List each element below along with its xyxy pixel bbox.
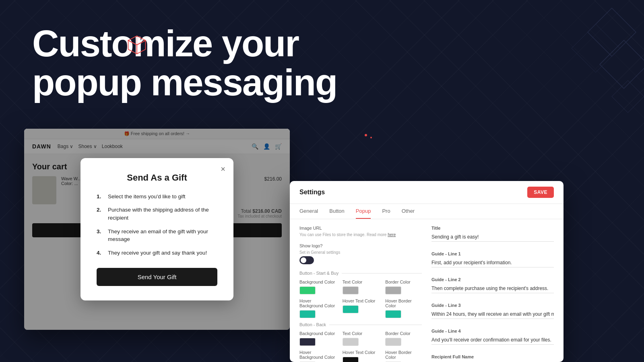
guide-line3-input[interactable] xyxy=(431,310,554,319)
modal-steps: 1. Select the items you'd like to gift 2… xyxy=(97,193,217,257)
guide-line1-label: Guide - Line 1 xyxy=(431,251,554,256)
show-logo-toggle[interactable] xyxy=(299,256,314,264)
bg-color-label: Background Color xyxy=(299,280,336,284)
color-row-3: Background Color Text Color Border Color xyxy=(299,331,422,346)
send-gift-button[interactable]: Send Your Gift xyxy=(97,268,217,286)
button-start-divider: Button - Start & Buy xyxy=(299,271,422,276)
text-color-label: Text Color xyxy=(343,280,379,284)
hover-text2-swatch[interactable] xyxy=(343,357,359,362)
guide-line4-input[interactable] xyxy=(431,335,554,345)
guide-line2-row: Guide - Line 2 xyxy=(431,277,554,298)
show-logo-label: Show logo? xyxy=(299,243,422,248)
guide-line4-row: Guide - Line 4 xyxy=(431,329,554,350)
title-field-input[interactable] xyxy=(431,232,554,242)
guide-line1-input[interactable] xyxy=(431,258,554,267)
modal-close-button[interactable]: × xyxy=(221,165,225,174)
settings-tabs: General Button Popup Pro Other xyxy=(290,204,564,219)
button-back-label: Button - Back xyxy=(299,322,326,327)
decorative-diamonds xyxy=(523,0,644,161)
svg-marker-6 xyxy=(137,40,145,53)
modal-step-4: 4. They receive your gift and say thank … xyxy=(97,249,217,257)
modal-step-3: 3. They receive an email of the gift wit… xyxy=(97,228,217,243)
title-field-label: Title xyxy=(431,226,554,230)
hover-text-label: Hover Text Color xyxy=(343,298,379,303)
divider-line-2 xyxy=(329,325,422,325)
settings-body: Image URL You can use Files to store the… xyxy=(290,219,564,362)
hero-line1: Customize your xyxy=(32,24,337,63)
tab-pro[interactable]: Pro xyxy=(382,204,390,219)
tab-other[interactable]: Other xyxy=(402,204,415,219)
bg-color-item: Background Color xyxy=(299,280,336,294)
decorative-dot-2 xyxy=(370,137,372,138)
modal-overlay: × Send As a Gift 1. Select the items you… xyxy=(24,129,290,330)
save-button[interactable]: SAVE xyxy=(527,187,554,198)
divider-line-1 xyxy=(342,273,422,274)
color-row-2: Hover Background Color Hover Text Color … xyxy=(299,298,422,318)
hover-border2-item: Hover Border Color xyxy=(385,350,422,362)
hover-border2-label: Hover Border Color xyxy=(385,350,422,360)
text-color-swatch[interactable] xyxy=(343,286,359,294)
border-color2-label: Border Color xyxy=(385,331,422,336)
border-color2-swatch[interactable] xyxy=(385,338,401,346)
settings-left-col: Image URL You can use Files to store the… xyxy=(299,226,422,358)
text-color2-item: Text Color xyxy=(343,331,379,346)
guide-line3-row: Guide - Line 3 xyxy=(431,303,554,324)
hover-border-label: Hover Border Color xyxy=(385,298,422,308)
recipient-name-label: Recipient Full Name xyxy=(431,354,554,359)
bg-color2-label: Background Color xyxy=(299,331,336,336)
hover-border-swatch[interactable] xyxy=(385,310,401,318)
hover-bg2-label: Hover Background Color xyxy=(299,350,336,360)
cart-panel: 🎁 Free shipping on all orders! → DAWN Ba… xyxy=(24,129,290,330)
guide-line3-label: Guide - Line 3 xyxy=(431,303,554,308)
settings-title: Settings xyxy=(299,189,325,196)
bg-color2-swatch[interactable] xyxy=(299,338,316,346)
hero-heading: Customize your popup messaging xyxy=(32,24,337,102)
hover-border-item: Hover Border Color xyxy=(385,298,422,318)
svg-marker-1 xyxy=(600,40,644,88)
text-color2-label: Text Color xyxy=(343,331,379,336)
border-color-item: Border Color xyxy=(385,280,422,294)
hover-bg2-item: Hover Background Color xyxy=(299,350,336,362)
button-back-divider: Button - Back xyxy=(299,322,422,327)
show-logo-sublabel: Set in General settings xyxy=(299,250,422,255)
svg-marker-0 xyxy=(588,8,636,56)
svg-marker-3 xyxy=(612,80,644,113)
hero-line2: popup messaging xyxy=(32,63,337,102)
image-url-sublabel: You can use Files to store the image. Re… xyxy=(299,232,422,237)
modal-title: Send As a Gift xyxy=(97,173,217,183)
text-color-item: Text Color xyxy=(343,280,379,294)
bg-color2-item: Background Color xyxy=(299,331,336,346)
image-url-label: Image URL xyxy=(299,226,422,230)
tab-general[interactable]: General xyxy=(299,204,318,219)
tab-popup[interactable]: Popup xyxy=(356,204,371,219)
guide-line4-label: Guide - Line 4 xyxy=(431,329,554,333)
hover-text2-item: Hover Text Color xyxy=(343,350,379,362)
border-color2-item: Border Color xyxy=(385,331,422,346)
border-color-label: Border Color xyxy=(385,280,422,284)
tab-button[interactable]: Button xyxy=(329,204,345,219)
here-link[interactable]: here xyxy=(388,232,396,237)
guide-line1-row: Guide - Line 1 xyxy=(431,251,554,272)
bg-color-swatch[interactable] xyxy=(299,286,316,294)
hover-text-swatch[interactable] xyxy=(343,305,359,313)
color-row-4: Hover Background Color Hover Text Color … xyxy=(299,350,422,362)
svg-marker-5 xyxy=(128,40,137,53)
show-logo-row: Show logo? Set in General settings xyxy=(299,243,422,264)
hover-bg-swatch[interactable] xyxy=(299,310,316,318)
guide-line2-label: Guide - Line 2 xyxy=(431,277,554,282)
text-color2-swatch[interactable] xyxy=(343,338,359,346)
hover-text-item: Hover Text Color xyxy=(343,298,379,318)
settings-right-col: Title Guide - Line 1 Guide - Line 2 Guid… xyxy=(431,226,554,358)
modal-step-1: 1. Select the items you'd like to gift xyxy=(97,193,217,201)
image-url-row: Image URL You can use Files to store the… xyxy=(299,226,422,237)
decorative-dot-1 xyxy=(365,134,367,136)
color-row-1: Background Color Text Color Border Color xyxy=(299,280,422,294)
hover-text2-label: Hover Text Color xyxy=(343,350,379,355)
svg-marker-2 xyxy=(572,24,620,72)
recipient-name-row: Recipient Full Name xyxy=(431,354,554,362)
settings-panel: Settings SAVE General Button Popup Pro O… xyxy=(290,181,564,362)
gift-modal: × Send As a Gift 1. Select the items you… xyxy=(80,158,233,300)
guide-line2-input[interactable] xyxy=(431,284,554,293)
border-color-swatch[interactable] xyxy=(385,286,401,294)
modal-step-2: 2. Purchase with the shipping address of… xyxy=(97,206,217,222)
